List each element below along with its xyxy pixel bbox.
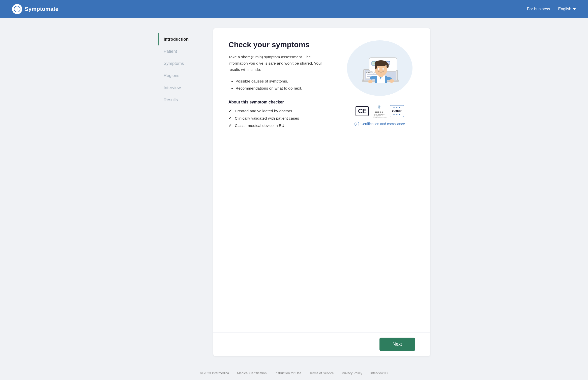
page-footer: © 2023 Infermedica Medical Certification… — [0, 366, 588, 380]
sidebar-item-results[interactable]: Results — [158, 94, 213, 106]
logo-area: + Symptomate — [12, 4, 58, 14]
person-illustration: ✓ ✕ → — [347, 40, 413, 96]
bullet-list: Possible causes of symptoms. Recommendat… — [228, 78, 329, 92]
svg-point-37 — [389, 79, 394, 83]
svg-point-7 — [366, 72, 367, 73]
card-body: Check your symptoms Take a short (3 min)… — [213, 28, 430, 332]
ce-badge: CE — [356, 106, 369, 116]
card-footer: Next — [213, 332, 430, 356]
sidebar-item-symptoms[interactable]: Symptoms — [158, 58, 213, 70]
header-nav: For business English — [527, 7, 576, 11]
svg-point-32 — [378, 69, 379, 70]
sidebar: Introduction Patient Symptoms Regions In… — [158, 28, 213, 356]
section-title: About this symptom checker — [228, 100, 329, 104]
svg-point-33 — [383, 69, 384, 70]
svg-point-36 — [368, 80, 373, 83]
bullet-item-1: Possible causes of symptoms. — [236, 78, 329, 85]
compliance-link-label: Certification and compliance — [361, 122, 405, 126]
bullet-item-2: Recommendations on what to do next. — [236, 85, 329, 92]
content-card: Check your symptoms Take a short (3 min)… — [213, 28, 430, 356]
logo-text: Symptomate — [25, 6, 58, 12]
main-content: Introduction Patient Symptoms Regions In… — [143, 18, 445, 366]
svg-rect-29 — [387, 63, 389, 68]
gdpr-badge: ★ ★ ★ GDPR ★ ★ ★ — [390, 105, 404, 117]
svg-point-9 — [369, 72, 370, 73]
language-label: English — [558, 7, 571, 11]
check-item-1: Created and validated by doctors — [228, 108, 329, 113]
compliance-link[interactable]: i Certification and compliance — [355, 122, 405, 126]
copyright: © 2023 Infermedica — [200, 371, 229, 375]
intro-text: Take a short (3 min) symptom assessment.… — [228, 54, 329, 73]
footer-link-medical-cert[interactable]: Medical Certification — [237, 371, 267, 375]
check-list: Created and validated by doctors Clinica… — [228, 108, 329, 128]
header: + Symptomate For business English — [0, 0, 588, 18]
hipaa-badge: ⚕ HIPAA COMPLIANT HIPAATraining.com — [372, 104, 387, 118]
caduceus-icon: ⚕ — [378, 104, 381, 111]
card-left: Check your symptoms Take a short (3 min)… — [228, 40, 329, 320]
footer-link-privacy[interactable]: Privacy Policy — [342, 371, 362, 375]
sidebar-item-interview[interactable]: Interview — [158, 82, 213, 94]
logo-icon: + — [12, 4, 22, 14]
badges-row: CE ⚕ HIPAA COMPLIANT HIPAATraining.com ★… — [356, 104, 404, 118]
for-business-link[interactable]: For business — [527, 7, 550, 11]
sidebar-item-patient[interactable]: Patient — [158, 45, 213, 58]
footer-link-terms[interactable]: Terms of Service — [309, 371, 334, 375]
next-button[interactable]: Next — [379, 338, 415, 351]
compliance-area: CE ⚕ HIPAA COMPLIANT HIPAATraining.com ★… — [344, 104, 415, 126]
footer-link-interview-id[interactable]: Interview ID — [370, 371, 388, 375]
check-item-3: Class I medical device in EU — [228, 123, 329, 128]
language-selector[interactable]: English — [558, 7, 576, 11]
check-item-2: Clinically validated with patient cases — [228, 116, 329, 121]
sidebar-item-regions[interactable]: Regions — [158, 70, 213, 82]
info-icon: i — [355, 122, 359, 126]
page-title: Check your symptoms — [228, 40, 329, 49]
footer-link-instruction[interactable]: Instruction for Use — [275, 371, 301, 375]
svg-point-8 — [368, 72, 369, 73]
card-right: ✓ ✕ → — [344, 40, 415, 320]
svg-rect-28 — [375, 63, 377, 69]
sidebar-item-introduction[interactable]: Introduction — [158, 33, 213, 45]
svg-text:+: + — [16, 7, 18, 11]
